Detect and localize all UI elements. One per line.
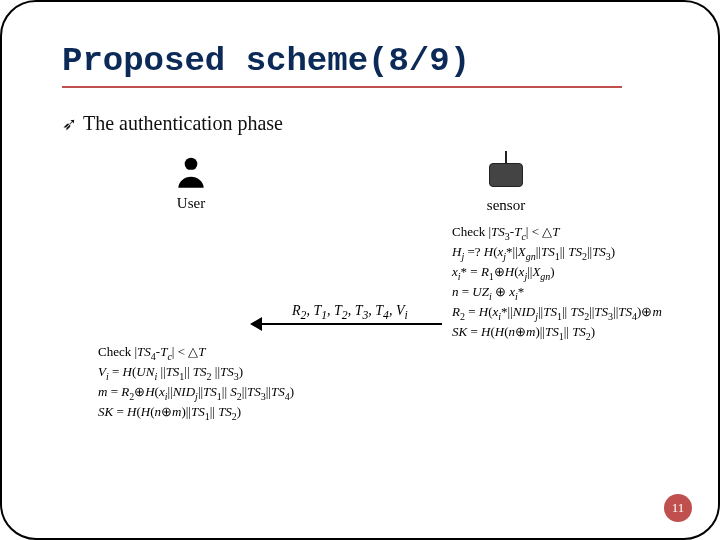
diagram: User sensor Check |TS3-Tc| < △T Hj =? H(…: [62, 153, 678, 453]
sensor-formula-block: Check |TS3-Tc| < △T Hj =? H(xj*||Xgn||TS…: [452, 223, 662, 344]
slide-title: Proposed scheme(8/9): [62, 42, 678, 80]
user-line-1: Check |TS4-Tc| < △T: [98, 343, 294, 363]
subtitle-text: The authentication phase: [83, 112, 283, 135]
message-arrow: [262, 323, 442, 325]
sensor-line-1: Check |TS3-Tc| < △T: [452, 223, 662, 243]
slide-container: Proposed scheme(8/9) ➶ The authenticatio…: [0, 0, 720, 540]
page-number: 11: [672, 500, 685, 516]
sensor-line-6: SK = H(H(n⊕m)||TS1|| TS2): [452, 323, 662, 343]
actor-sensor-label: sensor: [482, 197, 530, 214]
sensor-icon: [482, 153, 530, 193]
sensor-line-2: Hj =? H(xj*||Xgn||TS1|| TS2||TS3): [452, 243, 662, 263]
slide-subtitle: ➶ The authentication phase: [62, 112, 678, 135]
user-icon: [172, 153, 210, 191]
actor-user-label: User: [172, 195, 210, 212]
actor-user: User: [172, 153, 210, 212]
page-number-badge: 11: [664, 494, 692, 522]
user-line-2: Vi = H(UNi ||TS1|| TS2 ||TS3): [98, 363, 294, 383]
sensor-line-5: R2 = H(xi*||NIDj||TS1|| TS2||TS3||TS4)⊕m: [452, 303, 662, 323]
message-arrow-label: R2, T1, T2, T3, T4, Vi: [292, 303, 408, 322]
user-formula-block: Check |TS4-Tc| < △T Vi = H(UNi ||TS1|| T…: [98, 343, 294, 423]
title-underline: [62, 86, 622, 88]
user-line-4: SK = H(H(n⊕m)||TS1|| TS2): [98, 403, 294, 423]
sensor-line-3: xi* = R1⊕H(xj||Xgn): [452, 263, 662, 283]
user-line-3: m = R2⊕H(xi||NIDj||TS1|| S2||TS3||TS4): [98, 383, 294, 403]
bullet-icon: ➶: [62, 115, 77, 133]
svg-point-0: [185, 158, 198, 171]
actor-sensor: sensor: [482, 153, 530, 214]
arrow-left-icon: [250, 317, 262, 331]
sensor-line-4: n = UZi ⊕ xi*: [452, 283, 662, 303]
